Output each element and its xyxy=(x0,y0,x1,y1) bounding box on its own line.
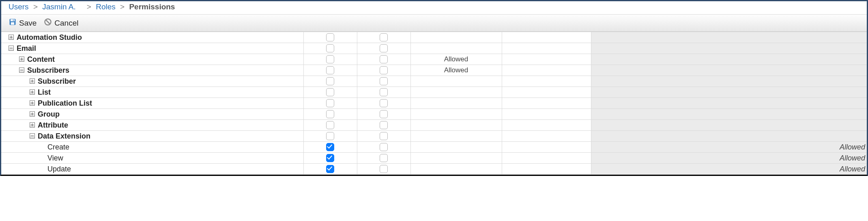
inherited-status xyxy=(410,76,502,87)
expand-icon[interactable] xyxy=(30,100,35,106)
breadcrumb-users[interactable]: Users xyxy=(9,2,29,11)
permission-label: Update xyxy=(47,165,71,173)
spacer-cell xyxy=(502,54,591,65)
inherited-status xyxy=(410,109,502,120)
svg-line-5 xyxy=(46,20,50,24)
toggle-spacer xyxy=(40,167,45,171)
breadcrumb-current: Permissions xyxy=(129,2,175,11)
inherited-status xyxy=(410,120,502,131)
spacer-cell xyxy=(502,109,591,120)
deny-checkbox[interactable] xyxy=(380,143,388,151)
allow-checkbox[interactable] xyxy=(326,44,334,52)
inherited-status xyxy=(410,142,502,153)
inherited-status xyxy=(410,98,502,109)
breadcrumb-sep: > xyxy=(33,2,38,11)
effective-status xyxy=(591,54,867,65)
breadcrumb-roles[interactable]: Roles xyxy=(96,2,116,11)
spacer-cell xyxy=(502,164,591,175)
deny-checkbox[interactable] xyxy=(380,33,388,41)
spacer-cell xyxy=(502,43,591,54)
allow-checkbox[interactable] xyxy=(326,33,334,41)
allow-checkbox[interactable] xyxy=(326,132,334,140)
allow-checkbox[interactable] xyxy=(326,165,334,173)
toggle-spacer xyxy=(40,156,45,160)
allow-checkbox[interactable] xyxy=(326,77,334,85)
permission-row: Automation Studio xyxy=(1,32,867,43)
inherited-status xyxy=(410,43,502,54)
deny-checkbox[interactable] xyxy=(380,77,388,85)
spacer-cell xyxy=(502,142,591,153)
collapse-icon[interactable] xyxy=(19,67,24,73)
permission-row: Subscriber xyxy=(1,76,867,87)
save-button[interactable]: Save xyxy=(9,18,37,28)
permission-label: Group xyxy=(38,110,60,118)
svg-rect-1 xyxy=(11,19,15,21)
effective-status xyxy=(591,43,867,54)
spacer-cell xyxy=(502,131,591,142)
permission-row: Publication List xyxy=(1,98,867,109)
allow-checkbox[interactable] xyxy=(326,55,334,63)
allow-checkbox[interactable] xyxy=(326,88,334,96)
deny-checkbox[interactable] xyxy=(380,110,388,118)
effective-status xyxy=(591,109,867,120)
permission-row: Attribute xyxy=(1,120,867,131)
cancel-button[interactable]: Cancel xyxy=(44,18,78,28)
permission-label: Subscriber xyxy=(38,77,76,85)
effective-status xyxy=(591,98,867,109)
expand-icon[interactable] xyxy=(9,35,14,40)
allow-checkbox[interactable] xyxy=(326,99,334,107)
allow-checkbox[interactable] xyxy=(326,66,334,74)
permission-row: Data Extension xyxy=(1,131,867,142)
expand-icon[interactable] xyxy=(30,111,35,117)
allow-checkbox[interactable] xyxy=(326,143,334,151)
inherited-status xyxy=(410,164,502,175)
permission-row: Email xyxy=(1,43,867,54)
effective-status xyxy=(591,65,867,76)
cancel-label: Cancel xyxy=(54,19,78,28)
permission-label: Automation Studio xyxy=(17,33,82,41)
expand-icon[interactable] xyxy=(30,89,35,95)
permission-label: Email xyxy=(17,44,36,52)
spacer-cell xyxy=(502,32,591,43)
deny-checkbox[interactable] xyxy=(380,99,388,107)
inherited-status: Allowed xyxy=(410,54,502,65)
permission-row: SubscribersAllowed xyxy=(1,65,867,76)
inherited-status xyxy=(410,87,502,98)
effective-status xyxy=(591,87,867,98)
deny-checkbox[interactable] xyxy=(380,55,388,63)
spacer-cell xyxy=(502,98,591,109)
deny-checkbox[interactable] xyxy=(380,44,388,52)
allow-checkbox[interactable] xyxy=(326,110,334,118)
effective-status xyxy=(591,120,867,131)
collapse-icon[interactable] xyxy=(9,46,14,51)
permission-label: List xyxy=(38,88,51,96)
deny-checkbox[interactable] xyxy=(380,132,388,140)
permission-label: Subscribers xyxy=(27,66,69,74)
effective-status xyxy=(591,131,867,142)
allow-checkbox[interactable] xyxy=(326,121,334,129)
svg-rect-3 xyxy=(13,20,14,21)
collapse-icon[interactable] xyxy=(30,133,35,139)
breadcrumb-sep: > xyxy=(120,2,125,11)
deny-checkbox[interactable] xyxy=(380,88,388,96)
deny-checkbox[interactable] xyxy=(380,154,388,162)
permission-label: View xyxy=(47,154,63,162)
expand-icon[interactable] xyxy=(30,122,35,128)
permission-label: Content xyxy=(27,55,55,63)
expand-icon[interactable] xyxy=(30,78,35,84)
permission-label: Attribute xyxy=(38,121,68,129)
effective-status: Allowed xyxy=(591,164,867,175)
save-label: Save xyxy=(19,19,37,28)
deny-checkbox[interactable] xyxy=(380,121,388,129)
deny-checkbox[interactable] xyxy=(380,165,388,173)
allow-checkbox[interactable] xyxy=(326,154,334,162)
svg-rect-2 xyxy=(11,22,14,25)
permissions-table: Automation StudioEmailContentAllowedSubs… xyxy=(1,32,867,175)
deny-checkbox[interactable] xyxy=(380,66,388,74)
breadcrumb-sep: > xyxy=(87,2,91,11)
breadcrumb: Users > Jasmin A. > Roles > Permissions xyxy=(1,1,867,14)
spacer-cell xyxy=(502,87,591,98)
breadcrumb-user-name[interactable]: Jasmin A. xyxy=(42,2,75,11)
effective-status xyxy=(591,76,867,87)
expand-icon[interactable] xyxy=(19,56,24,62)
